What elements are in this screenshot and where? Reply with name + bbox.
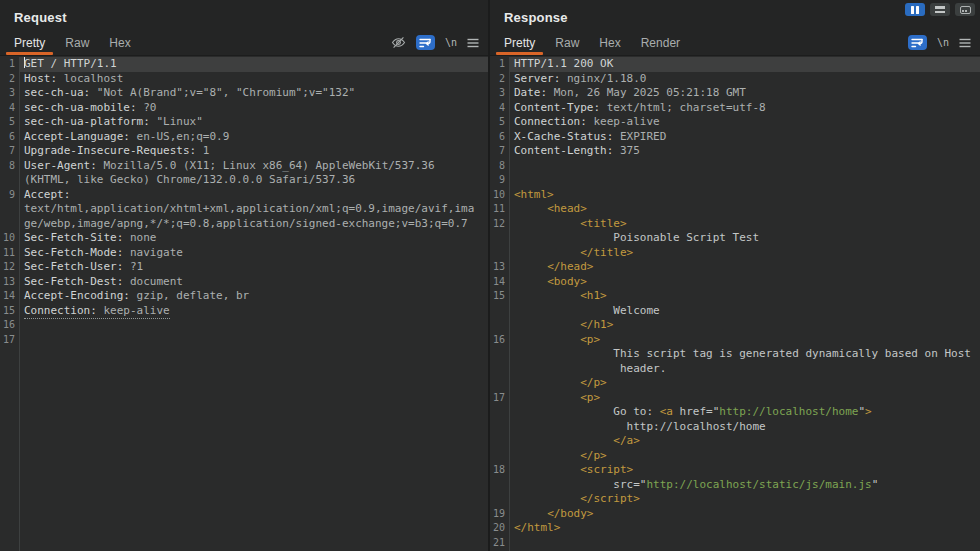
code-line[interactable]: This script tag is generated dynamically… xyxy=(490,347,980,362)
word-wrap-button[interactable] xyxy=(908,35,927,50)
code-line[interactable]: 5Connection: keep-alive xyxy=(490,115,980,130)
code-line[interactable]: Go to: <a href="http://localhost/home"> xyxy=(490,405,980,420)
code-line[interactable]: 15 <h1> xyxy=(490,289,980,304)
code-line[interactable]: src="http://localhost/static/js/main.js" xyxy=(490,478,980,493)
code-line[interactable]: 5sec-ch-ua-platform: "Linux" xyxy=(0,115,488,130)
response-tab-pretty[interactable]: Pretty xyxy=(494,30,545,55)
code-line[interactable]: 13 </head> xyxy=(490,260,980,275)
response-tab-raw[interactable]: Raw xyxy=(545,30,589,55)
code-line[interactable]: 17 <p> xyxy=(490,391,980,406)
code-text: Upgrade-Insecure-Requests: 1 xyxy=(19,144,488,159)
code-line[interactable]: 1HTTP/1.1 200 OK xyxy=(490,57,980,72)
code-line[interactable]: 14 <body> xyxy=(490,275,980,290)
code-text: <html> xyxy=(509,188,980,203)
code-line[interactable]: 9Accept: xyxy=(0,188,488,203)
newline-toggle-button[interactable]: \n xyxy=(445,37,457,48)
line-number: 9 xyxy=(490,173,509,188)
code-line[interactable]: </p> xyxy=(490,449,980,464)
request-editor[interactable]: 1GET / HTTP/1.12Host: localhost3sec-ch-u… xyxy=(0,57,488,551)
code-text: sec-ch-ua: "Not A(Brand";v="8", "Chromiu… xyxy=(19,86,488,101)
line-number: 18 xyxy=(490,463,509,478)
code-line[interactable]: text/html,application/xhtml+xml,applicat… xyxy=(0,202,488,217)
code-line[interactable]: Welcome xyxy=(490,304,980,319)
line-number: 1 xyxy=(0,57,19,72)
code-line[interactable]: 12Sec-Fetch-User: ?1 xyxy=(0,260,488,275)
code-line[interactable]: </script> xyxy=(490,492,980,507)
line-number: 6 xyxy=(0,130,19,145)
code-line[interactable]: ge/webp,image/apng,*/*;q=0.8,application… xyxy=(0,217,488,232)
editor-menu-button[interactable] xyxy=(959,38,971,48)
code-line[interactable]: 2Host: localhost xyxy=(0,72,488,87)
code-line[interactable]: 10<html> xyxy=(490,188,980,203)
line-number: 17 xyxy=(0,333,19,348)
code-line[interactable]: 18 <script> xyxy=(490,463,980,478)
code-line[interactable]: Poisonable Script Test xyxy=(490,231,980,246)
code-line[interactable]: 4sec-ch-ua-mobile: ?0 xyxy=(0,101,488,116)
code-text: </head> xyxy=(509,260,980,275)
request-tab-raw[interactable]: Raw xyxy=(55,30,99,55)
code-line[interactable]: 9 xyxy=(490,173,980,188)
code-line[interactable]: 17 xyxy=(0,333,488,348)
code-line[interactable]: 4Content-Type: text/html; charset=utf-8 xyxy=(490,101,980,116)
code-line[interactable]: 7Upgrade-Insecure-Requests: 1 xyxy=(0,144,488,159)
word-wrap-button[interactable] xyxy=(416,35,435,50)
response-editor[interactable]: 1HTTP/1.1 200 OK2Server: nginx/1.18.03Da… xyxy=(490,57,980,551)
code-text xyxy=(509,536,980,551)
request-tab-pretty[interactable]: Pretty xyxy=(4,30,55,55)
code-line[interactable]: 6Accept-Language: en-US,en;q=0.9 xyxy=(0,130,488,145)
response-title: Response xyxy=(504,10,568,25)
code-line[interactable]: 1GET / HTTP/1.1 xyxy=(0,57,488,72)
response-tab-render[interactable]: Render xyxy=(631,30,690,55)
code-line[interactable]: </p> xyxy=(490,376,980,391)
code-line[interactable]: 16 <p> xyxy=(490,333,980,348)
code-line[interactable]: 10Sec-Fetch-Site: none xyxy=(0,231,488,246)
code-line[interactable]: 8User-Agent: Mozilla/5.0 (X11; Linux x86… xyxy=(0,159,488,174)
code-line[interactable]: 21 xyxy=(490,536,980,551)
editor-menu-button[interactable] xyxy=(467,38,479,48)
code-text: </h1> xyxy=(509,318,980,333)
line-number: 12 xyxy=(0,260,19,275)
hidden-fields-icon[interactable] xyxy=(391,36,406,49)
response-tab-hex[interactable]: Hex xyxy=(589,30,630,55)
code-line[interactable]: 14Accept-Encoding: gzip, deflate, br xyxy=(0,289,488,304)
response-panel: Response PrettyRawHexRender \n xyxy=(490,0,980,551)
line-number xyxy=(0,173,19,188)
split-rows-button[interactable] xyxy=(930,3,950,16)
code-line[interactable]: 7Content-Length: 375 xyxy=(490,144,980,159)
code-line[interactable]: 13Sec-Fetch-Dest: document xyxy=(0,275,488,290)
line-number xyxy=(490,434,509,449)
newline-toggle-button[interactable]: \n xyxy=(937,37,949,48)
code-line[interactable]: </a> xyxy=(490,434,980,449)
split-columns-button[interactable] xyxy=(905,3,925,16)
line-number: 13 xyxy=(0,275,19,290)
line-number: 13 xyxy=(490,260,509,275)
code-line[interactable]: 3Date: Mon, 26 May 2025 05:21:18 GMT xyxy=(490,86,980,101)
code-text: Go to: <a href="http://localhost/home"> xyxy=(509,405,980,420)
code-line[interactable]: 16 xyxy=(0,318,488,333)
code-line[interactable]: 2Server: nginx/1.18.0 xyxy=(490,72,980,87)
code-line[interactable]: </h1> xyxy=(490,318,980,333)
code-text xyxy=(19,333,488,348)
code-line[interactable]: 12 <title> xyxy=(490,217,980,232)
code-line[interactable]: (KHTML, like Gecko) Chrome/132.0.0.0 Saf… xyxy=(0,173,488,188)
code-line[interactable]: 15Connection: keep-alive xyxy=(0,304,488,319)
code-line[interactable]: 11 <head> xyxy=(490,202,980,217)
code-text: <h1> xyxy=(509,289,980,304)
code-line[interactable]: http://localhost/home xyxy=(490,420,980,435)
code-line[interactable]: 19 </body> xyxy=(490,507,980,522)
layout-controls xyxy=(905,3,975,16)
line-number xyxy=(490,376,509,391)
code-line[interactable]: 3sec-ch-ua: "Not A(Brand";v="8", "Chromi… xyxy=(0,86,488,101)
code-line[interactable]: 6X-Cache-Status: EXPIRED xyxy=(490,130,980,145)
code-text: This script tag is generated dynamically… xyxy=(509,347,980,362)
response-code: 1HTTP/1.1 200 OK2Server: nginx/1.18.03Da… xyxy=(490,57,980,550)
code-line[interactable]: header. xyxy=(490,362,980,377)
combined-view-button[interactable] xyxy=(955,3,975,16)
code-line[interactable]: </title> xyxy=(490,246,980,261)
code-line[interactable]: 11Sec-Fetch-Mode: navigate xyxy=(0,246,488,261)
request-tab-hex[interactable]: Hex xyxy=(99,30,140,55)
code-line[interactable]: 20</html> xyxy=(490,521,980,536)
columns-icon xyxy=(911,6,914,14)
code-line[interactable]: 8 xyxy=(490,159,980,174)
response-toolbar: \n xyxy=(908,35,980,50)
